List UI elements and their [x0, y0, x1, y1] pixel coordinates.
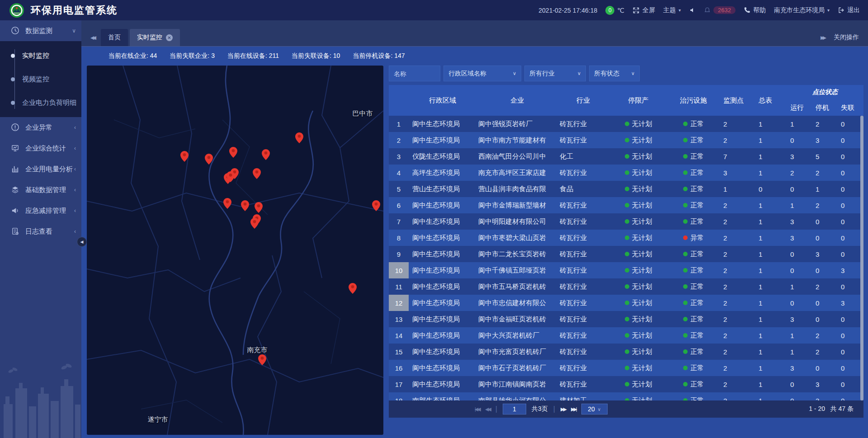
sidebar-subitem-视频监控[interactable]: 视频监控 — [0, 67, 81, 91]
stat-当前在线企业: 当前在线企业: 44 — [108, 52, 157, 60]
close-icon[interactable]: ✕ — [166, 34, 173, 41]
status-filter-select[interactable]: 所有状态 ∨ — [589, 66, 640, 81]
sidebar-item-应急减排管理[interactable]: 应急减排管理‹ — [0, 200, 81, 221]
logout-icon — [838, 7, 844, 14]
cell-company: 西南油气田分公司川中 — [476, 148, 558, 165]
cell-run-count: 0 — [787, 295, 812, 311]
bullet-icon — [11, 101, 15, 105]
map-pin-icon[interactable] — [229, 147, 237, 158]
table-row[interactable]: 3仪陇生态环境局西南油气田分公司川中化工无计划正常71350 — [389, 148, 863, 165]
sidebar-item-数据监测[interactable]: 数据监测∨ — [0, 20, 81, 41]
cell-facility-status: 正常 — [668, 262, 719, 278]
table-row[interactable]: 14阆中生态环境局阆中大兴页岩机砖厂砖瓦行业无计划正常21120 — [389, 327, 863, 344]
fullscreen-button[interactable]: 全屏 — [632, 6, 655, 14]
tabs-scroll-left-icon[interactable]: ◀◀ — [87, 35, 101, 46]
table-row[interactable]: 4高坪生态环境局南充市高坪区王家店建砖瓦行业无计划正常31220 — [389, 165, 863, 181]
stat-当前在线设备: 当前在线设备: 211 — [227, 52, 279, 60]
table-row[interactable]: 12阆中生态环境局阆中市忠信建材有限公砖瓦行业无计划正常21003 — [389, 295, 863, 311]
table-scrollbar[interactable] — [860, 116, 863, 400]
map-pin-icon[interactable] — [255, 202, 263, 213]
map-pin-icon[interactable] — [226, 171, 235, 182]
cell-monitor-count: 2 — [719, 262, 754, 278]
industry-filter-select[interactable]: 所有行业 ∨ — [524, 66, 586, 81]
cell-stop-count: 2 — [812, 197, 837, 213]
mute-button[interactable] — [689, 7, 696, 14]
table-row[interactable]: 15阆中生态环境局阆中市光富页岩机砖厂砖瓦行业无计划正常21120 — [389, 344, 863, 360]
table-row[interactable]: 7阆中生态环境局阆中明阳建材有限公司砖瓦行业无计划正常21300 — [389, 213, 863, 230]
tab-首页[interactable]: 首页 — [101, 29, 128, 46]
cell-meter-count: 1 — [754, 344, 787, 360]
megaphone-icon — [11, 206, 20, 215]
map-pin-icon[interactable] — [241, 200, 249, 211]
sidebar-item-企业用电量分析[interactable]: 企业用电量分析‹ — [0, 159, 81, 179]
table-row[interactable]: 18南部生态环境局南部县雄华小河有限公建材加工无计划正常21030 — [389, 392, 863, 400]
sidebar-subitem-实时监控[interactable]: 实时监控 — [0, 44, 81, 67]
sidebar-subitem-企业电力负荷明细[interactable]: 企业电力负荷明细 — [0, 91, 81, 114]
table-row[interactable]: 16阆中生态环境局阆中市石子页岩机砖厂砖瓦行业无计划正常21300 — [389, 360, 863, 376]
logout-button[interactable]: 退出 — [838, 6, 860, 14]
page-number-input[interactable]: 1 — [503, 404, 526, 414]
map-pin-icon[interactable] — [223, 198, 231, 209]
table-row[interactable]: 9阆中生态环境局阆中市二龙长宝页岩砖砖瓦行业无计划正常21030 — [389, 246, 863, 262]
cell-run-count: 0 — [787, 246, 812, 262]
user-menu[interactable]: 南充市生态环境局 ▾ — [774, 6, 830, 14]
last-page-icon[interactable]: ▶▶| — [571, 406, 576, 412]
first-page-icon[interactable]: |◀◀ — [475, 406, 480, 412]
sidebar-collapse-button[interactable]: ◀ — [77, 237, 87, 247]
cell-meter-count: 1 — [754, 230, 787, 246]
sidebar-item-企业异常[interactable]: 企业异常‹ — [0, 117, 81, 138]
sidebar-item-基础数据管理[interactable]: 基础数据管理‹ — [0, 179, 81, 200]
status-dot-icon — [683, 284, 688, 289]
tabs-scroll-right-icon[interactable]: ▶▶ — [821, 35, 825, 41]
map-city-label: 巴中市 — [353, 109, 373, 118]
cell-meter-count: 1 — [754, 197, 787, 213]
table-row[interactable]: 8阆中生态环境局阆中市枣碧大梁山页岩砖瓦行业无计划异常21300 — [389, 230, 863, 246]
next-page-icon[interactable]: ▶▶ — [561, 406, 566, 412]
table-row[interactable]: 5营山生态环境局营山县润丰肉食品有限食品无计划正常10010 — [389, 181, 863, 197]
table-row[interactable]: 6阆中生态环境局阆中市金博瑞新型墙材砖瓦行业无计划正常21120 — [389, 197, 863, 213]
page-size-select[interactable]: 20 ∨ — [581, 404, 608, 414]
notifications-button[interactable]: 2632 — [704, 6, 736, 14]
table-row[interactable]: 11阆中生态环境局阆中市五马桥页岩机砖砖瓦行业无计划正常21120 — [389, 278, 863, 295]
sidebar-item-日志查看[interactable]: 日志查看‹ — [0, 221, 81, 242]
map-pin-icon[interactable] — [295, 132, 303, 143]
table-row[interactable]: 1阆中生态环境局阆中强锐页岩砖厂砖瓦行业无计划正常21120 — [389, 116, 863, 132]
theme-dropdown[interactable]: 主题 ▾ — [663, 6, 681, 14]
cell-run-count: 1 — [787, 278, 812, 295]
cell-industry: 砖瓦行业 — [558, 132, 609, 148]
map-pin-icon[interactable] — [253, 168, 261, 179]
map-panel[interactable]: 巴中市南充市遂宁市 — [87, 66, 383, 435]
map-pin-icon[interactable] — [262, 149, 270, 160]
app-header: 环保用电监管系统 2021-02-25 17:46:18 0 ℃ 全屏 主题 ▾ — [0, 0, 868, 20]
help-button[interactable]: 帮助 — [744, 6, 766, 14]
map-pin-icon[interactable] — [250, 218, 259, 229]
table-body: 1阆中生态环境局阆中强锐页岩砖厂砖瓦行业无计划正常211202阆中生态环境局阆中… — [389, 116, 863, 400]
cell-meter-count: 1 — [754, 360, 787, 376]
status-dot-icon — [683, 187, 688, 191]
cell-industry: 食品 — [558, 181, 609, 197]
row-index: 11 — [389, 278, 409, 295]
sidebar-item-企业综合统计[interactable]: 企业综合统计‹ — [0, 138, 81, 159]
map-pin-icon[interactable] — [180, 151, 189, 162]
name-filter-input[interactable] — [389, 66, 440, 81]
temperature-unit: ℃ — [617, 7, 624, 14]
map-pin-icon[interactable] — [372, 200, 380, 211]
cell-limit-status: 无计划 — [609, 327, 668, 344]
cell-company: 阆中市二龙长宝页岩砖 — [476, 246, 558, 262]
cell-industry: 砖瓦行业 — [558, 116, 609, 132]
table-row[interactable]: 13阆中生态环境局阆中市金福旺页岩机砖砖瓦行业无计划正常21300 — [389, 311, 863, 327]
table-row[interactable]: 17阆中生态环境局阆中市江南镇阆南页岩砖瓦行业无计划正常21030 — [389, 376, 863, 392]
map-pin-icon[interactable] — [349, 283, 357, 294]
cell-limit-status: 无计划 — [609, 213, 668, 230]
map-pin-icon[interactable] — [205, 154, 213, 165]
map-pin-icon[interactable] — [258, 354, 266, 365]
sidebar-submenu: 实时监控视频监控企业电力负荷明细 — [0, 41, 81, 117]
cell-monitor-count: 2 — [719, 295, 754, 311]
table-row[interactable]: 2阆中生态环境局阆中市南方节能建材有砖瓦行业无计划正常21030 — [389, 132, 863, 148]
table-row[interactable]: 10阆中生态环境局阆中千佛镇五郎垭页岩砖瓦行业无计划正常21003 — [389, 262, 863, 278]
close-operations-button[interactable]: 关闭操作 — [834, 33, 859, 42]
tab-实时监控[interactable]: 实时监控✕ — [130, 29, 180, 46]
region-filter-select[interactable]: 行政区域名称 ∨ — [443, 66, 521, 81]
prev-page-icon[interactable]: ◀◀ — [485, 406, 490, 412]
sidebar-menu: 数据监测∨实时监控视频监控企业电力负荷明细企业异常‹企业综合统计‹企业用电量分析… — [0, 20, 81, 242]
